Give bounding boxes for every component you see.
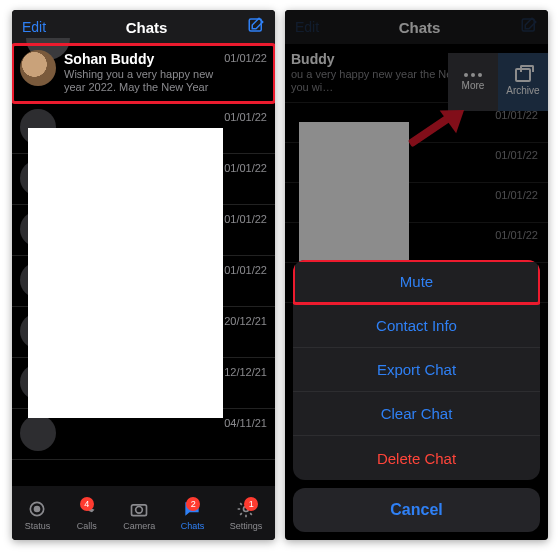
chat-name: Sohan Buddy	[64, 50, 216, 68]
compose-icon[interactable]	[247, 16, 265, 38]
sheet-cancel[interactable]: Cancel	[293, 488, 540, 532]
chat-row-highlighted[interactable]: Sohan Buddy Wishing you a very happy new…	[12, 44, 275, 103]
chat-date: 01/01/22	[224, 50, 267, 64]
chat-date: 12/12/21	[224, 364, 267, 378]
tab-status[interactable]: Status	[25, 499, 51, 531]
svg-point-4	[136, 507, 143, 514]
chat-date: 01/01/22	[224, 262, 267, 276]
tab-label: Status	[25, 521, 51, 531]
tab-label: Camera	[123, 521, 155, 531]
sheet-clear-chat[interactable]: Clear Chat	[293, 392, 540, 436]
chat-date: 01/01/22	[224, 211, 267, 225]
avatar	[20, 50, 56, 86]
tab-camera[interactable]: Camera	[123, 499, 155, 531]
tab-calls[interactable]: 4 Calls	[76, 499, 98, 531]
svg-point-2	[35, 507, 40, 512]
sheet-export-chat[interactable]: Export Chat	[293, 348, 540, 392]
avatar	[20, 415, 56, 451]
tab-label: Settings	[230, 521, 263, 531]
edit-button[interactable]: Edit	[22, 19, 46, 35]
action-sheet: Mute Contact Info Export Chat Clear Chat…	[293, 260, 540, 532]
chat-date: 20/12/21	[224, 313, 267, 327]
chat-date: 04/11/21	[224, 415, 267, 429]
tab-settings[interactable]: 1 Settings	[230, 499, 263, 531]
page-title: Chats	[126, 19, 168, 36]
phone-left: Edit Chats Sohan Buddy Wishing you a ver…	[12, 10, 275, 540]
badge: 4	[80, 497, 94, 511]
chat-preview: Wishing you a very happy new year 2022. …	[64, 68, 216, 94]
chat-date: 01/01/22	[224, 109, 267, 123]
tab-label: Chats	[181, 521, 205, 531]
redaction-block	[28, 128, 223, 418]
sheet-mute[interactable]: Mute	[293, 260, 540, 304]
chat-date: 01/01/22	[224, 160, 267, 174]
tab-bar: Status 4 Calls Camera 2 Chats 1 Settings	[12, 486, 275, 540]
sheet-contact-info[interactable]: Contact Info	[293, 304, 540, 348]
phone-right: Edit Chats Buddy ou a very happy new yea…	[285, 10, 548, 540]
tab-chats[interactable]: 2 Chats	[181, 499, 205, 531]
tab-label: Calls	[77, 521, 97, 531]
sheet-delete-chat[interactable]: Delete Chat	[293, 436, 540, 480]
